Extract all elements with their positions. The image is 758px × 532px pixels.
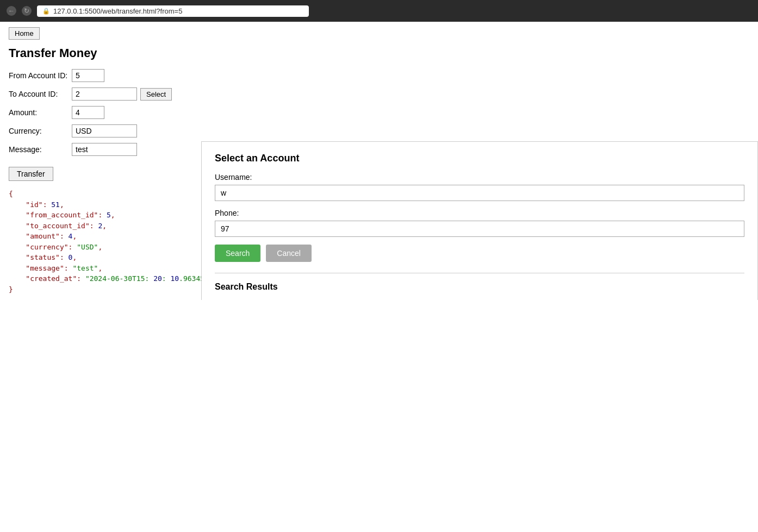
search-btn-row: Search Cancel (215, 245, 744, 262)
modal-title: Select an Account (215, 153, 744, 164)
to-account-select-button[interactable]: Select (140, 88, 172, 101)
amount-row: Amount: (9, 106, 749, 119)
back-button[interactable]: ← (7, 6, 16, 16)
browser-chrome: ← ↻ 🔒 127.0.0.1:5500/web/transfer.html?f… (0, 0, 758, 22)
to-account-label: To Account ID: (9, 90, 69, 98)
amount-label: Amount: (9, 108, 69, 117)
from-account-row: From Account ID: (9, 69, 749, 82)
modal-panel: Select an Account Username: Phone: Searc… (201, 141, 758, 300)
message-label: Message: (9, 145, 69, 154)
to-account-input[interactable] (72, 87, 137, 101)
result-account-id-0: Account ID: 2 (215, 299, 744, 300)
lock-icon: 🔒 (42, 8, 50, 15)
page-content: Home Transfer Money From Account ID: To … (0, 22, 758, 300)
page-title: Transfer Money (9, 46, 749, 60)
search-button[interactable]: Search (215, 245, 260, 262)
username-field-label: Username: (215, 173, 744, 181)
message-input[interactable] (72, 143, 137, 156)
amount-input[interactable] (72, 106, 104, 119)
results-container: Account ID: 2 Username: ypruwudykp Phone… (215, 299, 744, 300)
to-account-row: To Account ID: Select (9, 87, 749, 101)
url-bar[interactable]: 🔒 127.0.0.1:5500/web/transfer.html?from=… (37, 5, 309, 17)
refresh-button[interactable]: ↻ (22, 6, 32, 16)
currency-row: Currency: (9, 124, 749, 137)
home-button[interactable]: Home (9, 27, 40, 40)
currency-label: Currency: (9, 127, 69, 135)
from-account-label: From Account ID: (9, 71, 69, 80)
result-item: Account ID: 2 Username: ypruwudykp Phone… (215, 299, 744, 300)
url-text: 127.0.0.1:5500/web/transfer.html?from=5 (53, 7, 182, 15)
username-search-input[interactable] (215, 185, 744, 201)
currency-input[interactable] (72, 124, 137, 137)
results-title: Search Results (215, 282, 744, 292)
transfer-button[interactable]: Transfer (9, 167, 53, 181)
phone-field-label: Phone: (215, 209, 744, 217)
phone-search-input[interactable] (215, 221, 744, 237)
from-account-input[interactable] (72, 69, 104, 82)
divider (215, 273, 744, 273)
cancel-button[interactable]: Cancel (266, 245, 312, 262)
